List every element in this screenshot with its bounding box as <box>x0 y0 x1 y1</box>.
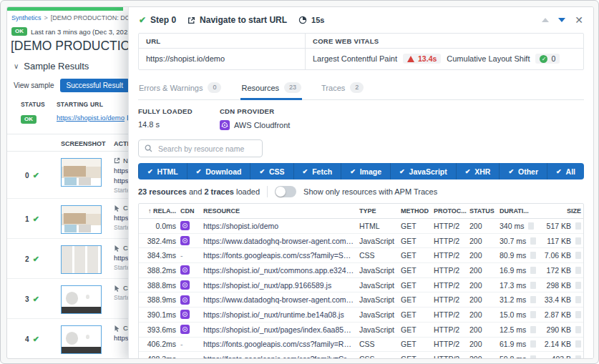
step-screenshot[interactable] <box>61 205 102 234</box>
col-status[interactable]: STATUS <box>469 207 495 215</box>
col-protocol[interactable]: PROTOC... <box>434 207 465 215</box>
resource-row[interactable]: 393.6ms - https://shopist.io/_nuxt/pages… <box>139 323 583 338</box>
resource-status: 200 <box>469 325 495 334</box>
col-resource[interactable]: RESOURCE <box>203 207 355 215</box>
col-duration[interactable]: DURATI... <box>500 207 540 215</box>
duration-bar <box>530 252 536 259</box>
size-bar <box>575 355 581 359</box>
filter-button[interactable]: ✔ Other <box>499 163 547 179</box>
starting-url-label: STARTING URL <box>57 101 103 108</box>
resource-relative-time: 388.8ms <box>145 281 176 290</box>
breadcrumb-current: [DEMO PRODUCTION: DO NOT M <box>51 14 128 21</box>
check-icon: ✔ <box>465 168 471 175</box>
resources-table: ↑ RELA... CDN RESOURCE TYPE METHOD PROTO… <box>138 203 584 359</box>
next-step-icon[interactable] <box>558 18 565 22</box>
resource-row[interactable]: 388.2ms - https://shopist.io/_nuxt/commo… <box>139 263 583 278</box>
col-cdn[interactable]: CDN <box>180 207 199 215</box>
filter-button[interactable]: ✔ XHR <box>456 163 500 179</box>
lcp-label: Largest Contentful Paint <box>313 54 397 63</box>
filter-button[interactable]: ✔ All <box>547 163 584 179</box>
resource-protocol: HTTP/2 <box>434 222 465 230</box>
col-size[interactable]: SIZE <box>544 207 581 215</box>
size-bar <box>575 222 581 230</box>
aws-cloudfront-icon <box>220 120 230 130</box>
tab-traces[interactable]: Traces2 <box>321 79 364 100</box>
resource-size: 290 KB <box>544 325 581 334</box>
step-index: 4✔ <box>7 324 57 354</box>
tab-errors-warnings[interactable]: Errors & Warnings0 <box>138 79 222 100</box>
resource-row[interactable]: 0.0ms - https://shopist.io/demo HTML GET… <box>139 219 583 234</box>
tab-resources[interactable]: Resources23 <box>240 79 302 100</box>
resource-method: GET <box>401 310 429 319</box>
resource-type: JavaScript <box>359 266 396 275</box>
resource-size: 298 KB <box>544 281 581 290</box>
panel-tabs: Errors & Warnings0 Resources23 Traces2 <box>138 79 584 100</box>
resources-count: 23 resources <box>138 187 187 196</box>
fully-loaded-value: 14.8 s <box>138 120 193 129</box>
col-method[interactable]: METHOD <box>401 207 429 215</box>
size-bar <box>575 296 581 303</box>
cdn-provider-value: AWS Cloudfront <box>220 120 290 130</box>
size-bar <box>575 326 581 333</box>
url-header: URL <box>139 34 305 49</box>
resource-row[interactable]: 406.2ms - https://fonts.googleapis.com/c… <box>139 338 583 353</box>
cdn-provider-label: CDN PROVIDER <box>220 107 290 115</box>
resource-size: 117 KB <box>544 237 581 245</box>
filter-button[interactable]: ✔ CSS <box>250 163 293 179</box>
check-icon: ✔ <box>556 168 562 175</box>
resource-status: 200 <box>469 355 495 359</box>
pointer-icon <box>114 245 120 252</box>
resource-method: GET <box>401 222 429 230</box>
step-index: 2✔ <box>7 244 57 274</box>
lcp-value-pill: 13.4s <box>403 54 441 64</box>
filter-button[interactable]: ✔ Image <box>341 163 390 179</box>
successful-result-tab[interactable]: Successful Result <box>60 79 130 92</box>
url-value: https://shopist.io/demo <box>139 49 305 69</box>
filter-button[interactable]: ✔ Fetch <box>293 163 341 179</box>
resource-row[interactable]: 384.3ms - https://fonts.googleapis.com/c… <box>139 248 583 263</box>
resource-search[interactable] <box>138 139 263 157</box>
step-screenshot[interactable] <box>61 325 102 354</box>
resource-row[interactable]: 388.9ms - https://www.datadoghq-browser-… <box>139 292 583 308</box>
filter-button[interactable]: ✔ HTML <box>138 163 187 179</box>
panel-header: ✔ Step 0 Navigate to start URL 15s ✕ <box>129 7 593 29</box>
step-screenshot[interactable] <box>61 285 102 314</box>
col-relative-sort[interactable]: ↑ RELA... <box>145 207 176 215</box>
step-screenshot[interactable] <box>61 245 102 274</box>
close-icon[interactable]: ✕ <box>575 15 583 25</box>
resource-row[interactable]: 390.1ms - https://shopist.io/_nuxt/runti… <box>139 308 583 323</box>
previous-step-icon[interactable] <box>542 18 549 22</box>
cdn-icon <box>180 280 190 290</box>
resource-relative-time: 390.1ms <box>145 310 176 319</box>
filter-button[interactable]: ✔ JavaScript <box>390 163 456 179</box>
col-type[interactable]: TYPE <box>359 207 396 215</box>
starting-url-link[interactable]: https://shopist.io/demo <box>57 114 133 122</box>
check-icon: ✔ <box>196 168 202 175</box>
resource-row[interactable]: 408.3ms - https://fonts.googleapis.com/c… <box>139 352 583 359</box>
breadcrumb: Synthetics>[DEMO PRODUCTION: DO NOT M <box>11 14 128 21</box>
breadcrumb-synthetics-link[interactable]: Synthetics <box>11 14 42 21</box>
search-input[interactable] <box>157 144 256 154</box>
resource-row[interactable]: 382.4ms - https://www.datadoghq-browser-… <box>139 234 583 249</box>
resource-protocol: HTTP/2 <box>434 266 465 275</box>
resource-status: 200 <box>469 281 495 290</box>
filter-button[interactable]: ✔ Download <box>187 163 250 179</box>
apm-traces-toggle[interactable] <box>275 186 296 197</box>
resource-size: 2.87 KB <box>544 310 581 319</box>
core-web-vitals-values: Largest Contentful Paint 13.4s Cumulativ… <box>305 49 583 69</box>
resource-size: 7.06 KB <box>544 251 581 260</box>
resource-protocol: HTTP/2 <box>434 251 465 260</box>
resource-url: https://shopist.io/_nuxt/runtime.be14a08… <box>203 310 355 319</box>
resource-row[interactable]: 388.8ms - https://shopist.io/_nuxt/app.9… <box>139 278 583 293</box>
resource-method: GET <box>401 251 429 260</box>
search-icon <box>145 144 152 152</box>
step-screenshot[interactable] <box>61 158 102 187</box>
success-progress-bar <box>7 7 123 11</box>
resource-type: JavaScript <box>359 237 396 245</box>
duration-bar <box>530 326 536 333</box>
result-meta-labels: STATUS STARTING URL <box>21 101 103 108</box>
duration-bar <box>530 282 536 289</box>
sample-results-section-header[interactable]: ∨ Sample Results <box>14 61 89 72</box>
step-number-label: Step 0 <box>150 15 176 25</box>
success-check-icon: ✔ <box>33 335 39 344</box>
